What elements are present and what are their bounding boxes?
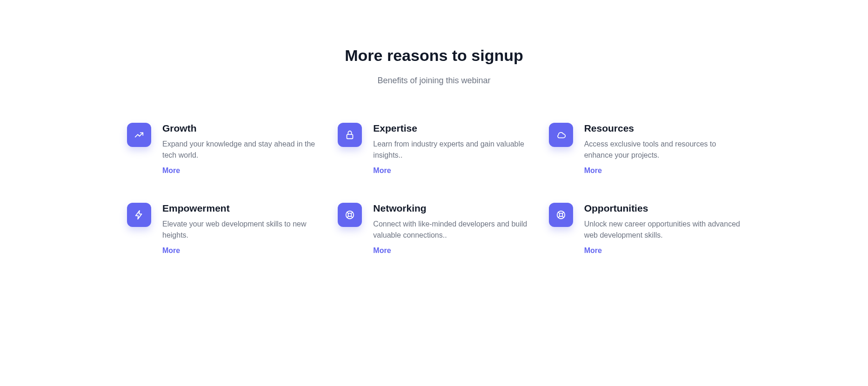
page-subtitle: Benefits of joining this webinar (127, 76, 741, 86)
card-body: Networking Connect with like-minded deve… (373, 203, 530, 255)
more-link[interactable]: More (373, 246, 391, 255)
card-title: Empowerment (162, 203, 319, 214)
card-description: Learn from industry experts and gain val… (373, 139, 530, 161)
card-title: Networking (373, 203, 530, 214)
feature-card-networking: Networking Connect with like-minded deve… (338, 203, 530, 255)
feature-card-expertise: Expertise Learn from industry experts an… (338, 123, 530, 175)
svg-line-6 (347, 216, 348, 218)
feature-card-resources: Resources Access exclusive tools and res… (549, 123, 741, 175)
lifebuoy-icon (338, 203, 362, 227)
card-title: Growth (162, 123, 319, 134)
card-body: Empowerment Elevate your web development… (162, 203, 319, 255)
more-link[interactable]: More (162, 166, 180, 175)
more-link[interactable]: More (584, 166, 602, 175)
svg-line-5 (351, 212, 353, 213)
lifebuoy-icon (549, 203, 573, 227)
card-body: Resources Access exclusive tools and res… (584, 123, 741, 175)
bolt-icon (127, 203, 151, 227)
cloud-icon (549, 123, 573, 147)
svg-line-11 (562, 212, 563, 213)
card-description: Elevate your web development skills to n… (162, 219, 319, 241)
card-body: Growth Expand your knowledge and stay ah… (162, 123, 319, 175)
card-description: Connect with like-minded developers and … (373, 219, 530, 241)
svg-line-9 (558, 212, 560, 213)
svg-line-3 (347, 212, 348, 213)
card-body: Expertise Learn from industry experts an… (373, 123, 530, 175)
card-title: Resources (584, 123, 741, 134)
feature-card-growth: Growth Expand your knowledge and stay ah… (127, 123, 319, 175)
card-description: Expand your knowledge and stay ahead in … (162, 139, 319, 161)
more-link[interactable]: More (584, 246, 602, 255)
card-body: Opportunities Unlock new career opportun… (584, 203, 741, 255)
card-description: Unlock new career opportunities with adv… (584, 219, 741, 241)
svg-line-12 (558, 216, 560, 218)
feature-card-opportunities: Opportunities Unlock new career opportun… (549, 203, 741, 255)
card-title: Expertise (373, 123, 530, 134)
card-title: Opportunities (584, 203, 741, 214)
more-link[interactable]: More (373, 166, 391, 175)
more-link[interactable]: More (162, 246, 180, 255)
svg-line-10 (562, 216, 563, 218)
trending-up-icon (127, 123, 151, 147)
svg-line-4 (351, 216, 353, 218)
header: More reasons to signup Benefits of joini… (127, 47, 741, 86)
lock-icon (338, 123, 362, 147)
page-container: More reasons to signup Benefits of joini… (99, 0, 769, 273)
svg-rect-0 (347, 134, 353, 139)
card-description: Access exclusive tools and resources to … (584, 139, 741, 161)
page-title: More reasons to signup (127, 47, 741, 65)
features-grid: Growth Expand your knowledge and stay ah… (127, 123, 741, 255)
feature-card-empowerment: Empowerment Elevate your web development… (127, 203, 319, 255)
